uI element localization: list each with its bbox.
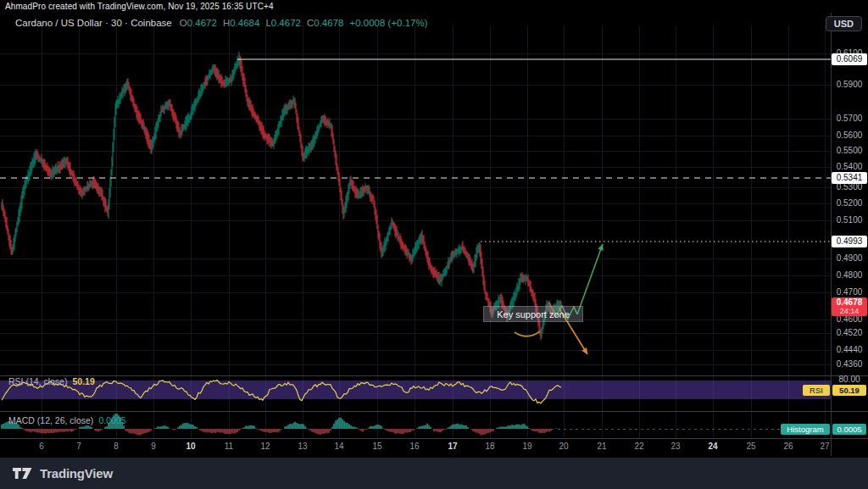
rsi-series-badge: RSI: [803, 385, 830, 396]
time-axis-label: 21: [597, 442, 606, 451]
time-axis-label: 22: [634, 442, 643, 451]
price-axis-label: 0.4440: [832, 345, 866, 354]
price-axis-label: 0.5500: [832, 146, 866, 155]
time-axis-label: 26: [783, 442, 793, 451]
time-axis-label: 7: [76, 442, 81, 451]
currency-toggle-button[interactable]: USD: [826, 16, 862, 31]
support-zone-text: Key support zone: [497, 309, 570, 320]
price-axis-label: 0.5100: [832, 215, 866, 225]
support-zone-label[interactable]: Key support zone: [483, 306, 583, 322]
time-axis-label: 11: [225, 442, 233, 451]
price-axis-label: 0.4520: [832, 328, 866, 337]
high-label: H: [223, 18, 230, 28]
ohlc-values: O0.4672 H0.4684 L0.4672 C0.4678 +0.0008 …: [180, 18, 428, 28]
time-axis-label: 18: [485, 442, 494, 451]
time-axis-label: 8: [114, 442, 119, 451]
symbol-info: Cardano / US Dollar · 30 · Coinbase O0.4…: [15, 18, 428, 28]
open-value: 0.4672: [187, 18, 217, 28]
time-axis-label: 27: [820, 442, 829, 451]
time-axis-label: 14: [334, 442, 343, 451]
last-price-badge: 0.4678 24:14: [832, 297, 867, 316]
open-label: O: [180, 18, 187, 28]
macd-axis-value-badge: 0.0005: [832, 424, 866, 435]
time-axis-label: 15: [372, 442, 381, 451]
price-axis-label: 0.4700: [832, 287, 866, 297]
footer-bar: TradingView: [0, 458, 868, 489]
price-level-badge: 0.4993: [832, 236, 867, 247]
time-axis-label: 19: [522, 442, 531, 451]
tradingview-logo-icon[interactable]: [13, 467, 33, 480]
price-axis-label: 0.4800: [832, 270, 866, 280]
price-axis-label: 0.4360: [832, 359, 866, 369]
chart-canvas[interactable]: [0, 0, 868, 489]
change-value: +0.0008 (+0.17%): [349, 18, 427, 28]
time-axis-label: 17: [448, 442, 457, 451]
price-level-badge: 0.5341: [832, 172, 867, 184]
macd-label-text: MACD (12, 26, close): [8, 415, 93, 425]
rsi-indicator-label[interactable]: RSI (14, close)50.19: [8, 376, 95, 386]
time-axis-label: 12: [260, 442, 270, 451]
attribution-text: AhmadPro created with TradingView.com, N…: [5, 2, 274, 11]
rsi-axis-value-badge: 50.19: [832, 385, 866, 396]
time-axis-label: 6: [39, 442, 44, 451]
price-axis-label: 0.5600: [832, 131, 866, 140]
price-axis-label: 0.4900: [832, 253, 866, 263]
low-value: 0.4672: [271, 18, 301, 28]
time-axis-label: 20: [559, 442, 568, 451]
symbol-title[interactable]: Cardano / US Dollar · 30 · Coinbase: [15, 18, 172, 28]
macd-indicator-label[interactable]: MACD (12, 26, close)0.0005: [8, 415, 126, 425]
high-value: 0.4684: [230, 18, 259, 28]
macd-value: 0.0005: [98, 415, 125, 425]
price-level-badge: 0.6069: [832, 53, 867, 65]
bar-countdown: 24:14: [832, 307, 867, 315]
price-axis-label: 0.5400: [832, 162, 866, 171]
time-axis-label: 16: [409, 442, 419, 451]
tradingview-chart-screenshot: AhmadPro created with TradingView.com, N…: [0, 0, 868, 489]
rsi-label-text: RSI (14, close): [8, 376, 67, 386]
time-axis-label: 10: [186, 442, 195, 451]
last-price-value: 0.4678: [832, 298, 867, 307]
price-axis-label: 0.5200: [832, 198, 866, 208]
price-axis-label: 0.5700: [832, 114, 866, 123]
time-axis-label: 9: [151, 442, 156, 451]
tradingview-brand-text[interactable]: TradingView: [40, 466, 113, 481]
time-axis-label: 25: [746, 442, 755, 451]
rsi-axis-top-label: 80.00: [832, 375, 866, 384]
time-axis-label: 23: [670, 442, 680, 451]
macd-histogram-badge: Histogram: [781, 424, 830, 435]
time-axis-label: 24: [708, 442, 717, 451]
attribution-bar: AhmadPro created with TradingView.com, N…: [0, 0, 868, 13]
close-value: 0.4678: [314, 18, 343, 28]
rsi-value: 50.19: [72, 376, 94, 386]
price-axis-label: 0.5900: [832, 80, 866, 89]
time-axis-label: 13: [298, 442, 307, 451]
